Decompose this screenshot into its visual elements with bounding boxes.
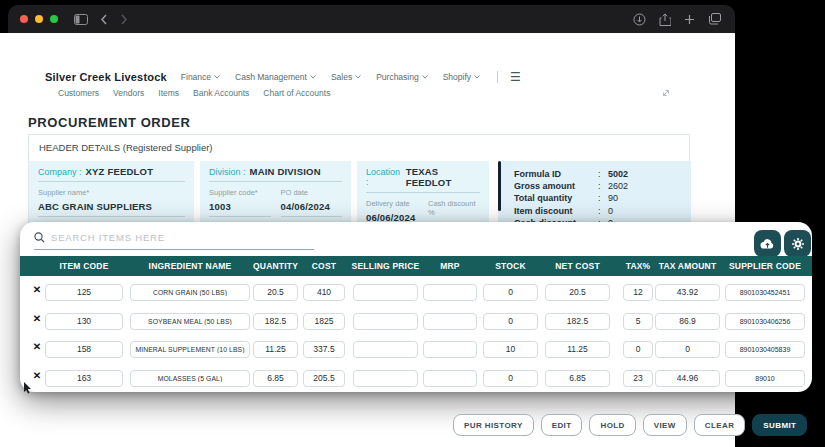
share-icon[interactable] (659, 13, 671, 26)
net-cost-input[interactable] (545, 313, 610, 330)
net-cost-input[interactable] (545, 370, 610, 387)
col-supplier-code: SUPPLIER CODE (725, 256, 805, 276)
selling-price-input[interactable] (353, 284, 418, 301)
link-vendors[interactable]: Vendors (113, 88, 144, 98)
submit-button[interactable]: SUBMIT (752, 414, 807, 436)
supplier-code-field[interactable]: Supplier code* 1003 (209, 188, 271, 217)
selling-price-input[interactable] (353, 313, 418, 330)
tax-pct-input[interactable] (623, 313, 653, 330)
stock-input[interactable] (483, 284, 538, 301)
supplier-code-input[interactable] (725, 341, 805, 358)
item-code-input[interactable] (45, 341, 123, 358)
supplier-name-field[interactable]: Supplier name* ABC GRAIN SUPPLIERS (38, 188, 185, 217)
supplier-code-input[interactable] (725, 370, 805, 387)
stock-input[interactable] (483, 341, 538, 358)
mrp-input[interactable] (423, 341, 477, 358)
settings-button[interactable] (784, 230, 811, 257)
pur-history-button[interactable]: PUR HISTORY (453, 414, 534, 436)
link-chart-of-accounts[interactable]: Chart of Accounts (263, 88, 330, 98)
quantity-input[interactable] (253, 284, 298, 301)
item-code-input[interactable] (45, 370, 123, 387)
clear-button[interactable]: CLEAR (694, 414, 746, 436)
supplier-code-input[interactable] (725, 313, 805, 330)
back-icon[interactable] (100, 14, 108, 25)
link-customers[interactable]: Customers (58, 88, 99, 98)
edit-button[interactable]: EDIT (541, 414, 583, 436)
tax-pct-input[interactable] (623, 284, 653, 301)
cost-input[interactable] (303, 284, 345, 301)
ingredient-name-input[interactable] (130, 313, 250, 330)
ingredient-name-input[interactable] (130, 370, 250, 387)
hamburger-menu-icon[interactable]: ☰ (510, 70, 520, 84)
net-cost-input[interactable] (545, 284, 610, 301)
stock-input[interactable] (483, 370, 538, 387)
item-code-input[interactable] (45, 284, 123, 301)
link-bank-accounts[interactable]: Bank Accounts (193, 88, 249, 98)
remove-row-button[interactable]: ✕ (28, 338, 46, 355)
tab-overview-icon[interactable] (708, 13, 721, 25)
minimize-window-button[interactable] (35, 15, 43, 23)
summary-accent-bar (498, 161, 501, 211)
supplier-code-input[interactable] (725, 284, 805, 301)
search-items-input[interactable] (51, 232, 291, 243)
link-items[interactable]: Items (158, 88, 179, 98)
hold-button[interactable]: HOLD (589, 414, 635, 436)
item-code-input[interactable] (45, 313, 123, 330)
tax-pct-input[interactable] (623, 370, 653, 387)
stock-input[interactable] (483, 313, 538, 330)
chevron-down-icon (355, 75, 361, 79)
menu-finance[interactable]: Finance (181, 72, 220, 82)
close-window-button[interactable] (20, 15, 28, 23)
company-label: Company : (38, 167, 82, 177)
forward-icon[interactable] (120, 14, 128, 25)
tax-amount-input[interactable] (655, 284, 720, 301)
ingredient-name-input[interactable] (130, 341, 250, 358)
expand-icon[interactable] (660, 85, 672, 103)
sidebar-toggle-icon[interactable] (74, 14, 88, 25)
menu-cash-management[interactable]: Cash Management (235, 72, 316, 82)
cost-input[interactable] (303, 370, 345, 387)
new-tab-icon[interactable] (684, 14, 695, 25)
po-date-field[interactable]: PO date 04/06/2024 (281, 188, 343, 217)
menu-purchasing[interactable]: Purchasing (376, 72, 428, 82)
download-icon[interactable] (633, 13, 646, 26)
quantity-input[interactable] (253, 341, 298, 358)
quantity-input[interactable] (253, 370, 298, 387)
chevron-down-icon (474, 75, 480, 79)
mouse-cursor (23, 380, 32, 398)
selling-price-input[interactable] (353, 341, 418, 358)
menu-sales[interactable]: Sales (331, 72, 361, 82)
chevron-down-icon (214, 75, 220, 79)
cost-input[interactable] (303, 341, 345, 358)
remove-row-button[interactable]: ✕ (28, 310, 46, 327)
cost-input[interactable] (303, 313, 345, 330)
mrp-input[interactable] (423, 370, 477, 387)
remove-row-button[interactable]: ✕ (28, 281, 46, 298)
top-navigation: Silver Creek Livestock Finance Cash Mana… (45, 70, 520, 84)
tax-amount-input[interactable] (655, 313, 720, 330)
browser-titlebar (8, 5, 735, 33)
maximize-window-button[interactable] (50, 15, 58, 23)
action-bar: PUR HISTORY EDIT HOLD VIEW CLEAR SUBMIT (453, 414, 807, 436)
summary-row-item-discount: Item discount:0 (514, 205, 681, 217)
mrp-input[interactable] (423, 313, 477, 330)
view-button[interactable]: VIEW (643, 414, 687, 436)
location-value: TEXAS FEEDLOT (406, 166, 480, 188)
gear-icon (791, 237, 805, 251)
tax-pct-input[interactable] (623, 341, 653, 358)
net-cost-input[interactable] (545, 341, 610, 358)
ingredient-name-input[interactable] (130, 284, 250, 301)
col-quantity: QUANTITY (253, 256, 298, 276)
mrp-input[interactable] (423, 284, 477, 301)
tax-amount-input[interactable] (655, 370, 720, 387)
division-value: MAIN DIVISION (250, 166, 321, 177)
tax-amount-input[interactable] (655, 341, 720, 358)
cloud-upload-icon (760, 238, 775, 250)
selling-price-input[interactable] (353, 370, 418, 387)
nav-divider (497, 71, 498, 83)
col-cost: COST (303, 256, 345, 276)
cloud-upload-button[interactable] (754, 230, 781, 257)
menu-shopify[interactable]: Shopify (443, 72, 480, 82)
quantity-input[interactable] (253, 313, 298, 330)
summary-row-formula-id: Formula ID:5002 (514, 168, 681, 180)
